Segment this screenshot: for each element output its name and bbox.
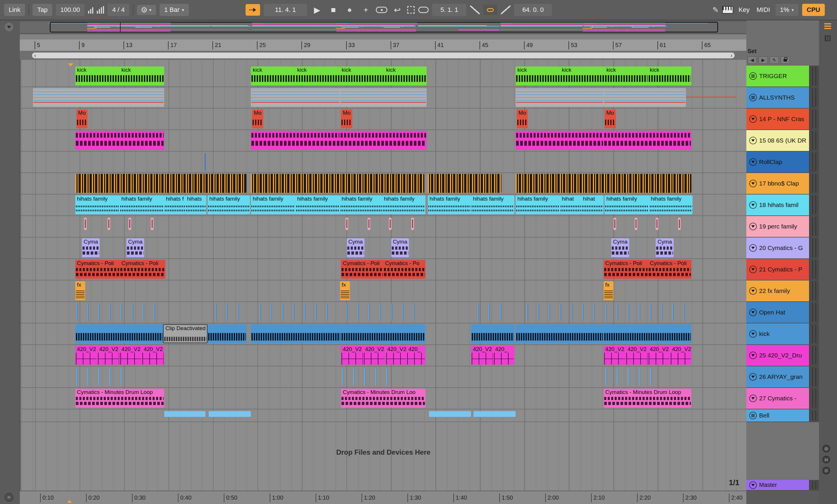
track-header[interactable]: Open Hat <box>746 302 819 323</box>
note-event[interactable] <box>635 218 637 230</box>
track-header[interactable]: 25 420_V2_Dru <box>746 345 819 367</box>
bar-number[interactable]: 29 <box>301 41 310 49</box>
clip[interactable]: hihats family <box>428 195 471 214</box>
clip[interactable] <box>75 324 163 343</box>
clip[interactable]: 420_V2 <box>670 346 691 365</box>
lock-button[interactable] <box>781 56 790 64</box>
metronome-button[interactable]: ▾ <box>137 5 156 15</box>
tap-tempo-button[interactable]: Tap <box>33 4 52 16</box>
punch-in-switch-icon[interactable] <box>470 5 480 14</box>
note-event[interactable] <box>673 304 674 321</box>
arrangement-area[interactable]: kickkickkickkickkickkickkickkickkickkick… <box>20 60 746 491</box>
note-event[interactable] <box>88 368 89 386</box>
bar-number[interactable]: 41 <box>435 41 444 49</box>
clip[interactable] <box>75 174 247 193</box>
clip[interactable]: Mo <box>517 109 528 128</box>
clip[interactable]: Cymatics - Minutes Drum Loop <box>75 389 164 408</box>
clip[interactable]: Cymatics - Minutes Drum Loo <box>341 389 426 408</box>
time-label[interactable]: 0:30 <box>132 493 146 502</box>
note-event[interactable] <box>347 304 348 321</box>
arrangement-position-display[interactable]: 11. 4. 1 <box>264 4 307 16</box>
chevron-down-icon[interactable] <box>749 180 757 187</box>
note-event[interactable] <box>411 218 414 230</box>
clip[interactable]: kick <box>648 67 691 85</box>
overdub-button[interactable] <box>376 7 387 13</box>
nudge-down-icon[interactable] <box>88 6 93 14</box>
clip[interactable]: Mo <box>252 109 263 128</box>
clip[interactable] <box>686 88 737 107</box>
draw-mode-button[interactable]: ✎ <box>713 5 719 15</box>
time-label[interactable]: 1:50 <box>499 493 513 502</box>
mixer-sections-icon[interactable] <box>825 35 831 41</box>
note-event[interactable] <box>238 304 239 321</box>
bar-number[interactable]: 5 <box>35 41 40 49</box>
note-event[interactable] <box>391 304 392 321</box>
note-event[interactable] <box>628 368 629 386</box>
back-to-arrangement-button[interactable]: ↩ <box>391 4 404 16</box>
clip[interactable]: Cyma <box>391 238 409 257</box>
loop-start-display[interactable]: 5. 1. 1 <box>432 4 466 16</box>
clip[interactable]: Mo <box>76 109 88 128</box>
bar-number[interactable]: 53 <box>568 41 577 49</box>
clip[interactable] <box>604 88 686 107</box>
edit-pencil-button[interactable]: ✎ <box>770 56 779 64</box>
chevron-down-icon[interactable] <box>749 223 757 230</box>
menu-icon[interactable] <box>749 72 757 80</box>
note-event[interactable] <box>76 304 77 321</box>
track-lane-15-08-6s-uk-dr[interactable] <box>20 130 746 152</box>
track-header[interactable]: kick <box>746 323 819 345</box>
note-event[interactable] <box>389 218 391 230</box>
track-header[interactable]: Bell <box>746 409 819 422</box>
overview-view-frame[interactable] <box>50 22 718 33</box>
chevron-down-icon[interactable] <box>749 287 757 295</box>
track-header[interactable]: 17 bbno$ Clap <box>746 173 819 194</box>
punch-out-switch-icon[interactable] <box>501 5 511 14</box>
track-lane-26-aryay-gran[interactable] <box>20 367 746 388</box>
track-lane-trigger[interactable]: kickkickkickkickkickkickkickkickkickkick <box>20 66 746 87</box>
track-header[interactable]: 21 Cymatics - P <box>746 259 819 280</box>
note-event[interactable] <box>593 304 594 321</box>
clip[interactable]: 420_V2 <box>471 346 494 365</box>
punch-in-button[interactable] <box>407 6 415 14</box>
note-event[interactable] <box>527 304 528 321</box>
clip[interactable]: hihats family <box>382 195 426 214</box>
note-event[interactable] <box>478 304 479 321</box>
note-event[interactable] <box>549 304 550 321</box>
track-lane-20-cymatics-g[interactable]: CymaCymaCymaCymaCymaCyma <box>20 238 746 259</box>
stop-button[interactable]: ■ <box>327 4 340 16</box>
note-event[interactable] <box>143 304 144 321</box>
chevron-down-icon[interactable] <box>749 330 757 338</box>
next-set-button[interactable]: ▶ <box>759 56 768 64</box>
clip[interactable] <box>251 131 340 150</box>
clip[interactable] <box>75 131 164 150</box>
menu-icon[interactable] <box>749 412 757 419</box>
track-header[interactable]: 19 perc family <box>746 216 819 238</box>
clip[interactable]: Cyma <box>82 238 100 257</box>
note-event[interactable] <box>345 218 348 230</box>
clip[interactable]: hihat <box>581 195 604 214</box>
note-event[interactable] <box>628 304 629 321</box>
note-event[interactable] <box>76 368 77 386</box>
clip[interactable]: 420_V2 <box>75 346 97 365</box>
arrangement-overview[interactable] <box>20 21 790 33</box>
clip[interactable]: Cyma <box>656 238 673 257</box>
menu-icon[interactable] <box>749 94 757 101</box>
chevron-down-icon[interactable] <box>749 266 757 273</box>
time-label[interactable]: 1:40 <box>453 493 467 502</box>
chevron-down-icon[interactable] <box>749 373 757 380</box>
time-label[interactable]: 0:20 <box>86 493 100 502</box>
clip[interactable] <box>516 88 603 107</box>
mixer-toggle-button[interactable]: ⊙ <box>822 467 830 474</box>
track-lane-open-hat[interactable] <box>20 302 746 323</box>
track-lane-27-cymatics-[interactable]: Cymatics - Minutes Drum LoopCymatics - M… <box>20 388 746 409</box>
track-lane-allsynths[interactable] <box>20 87 746 109</box>
clip[interactable] <box>251 324 341 343</box>
clip[interactable]: Mo <box>341 109 352 128</box>
clip[interactable]: fx <box>604 281 613 300</box>
bar-number[interactable]: 9 <box>79 41 85 49</box>
time-label[interactable]: 0:10 <box>40 493 54 502</box>
note-event[interactable] <box>358 304 359 321</box>
tempo-display[interactable]: 100.00 <box>56 4 85 16</box>
punch-out-button[interactable] <box>418 7 429 13</box>
clip[interactable]: kick <box>560 67 605 85</box>
